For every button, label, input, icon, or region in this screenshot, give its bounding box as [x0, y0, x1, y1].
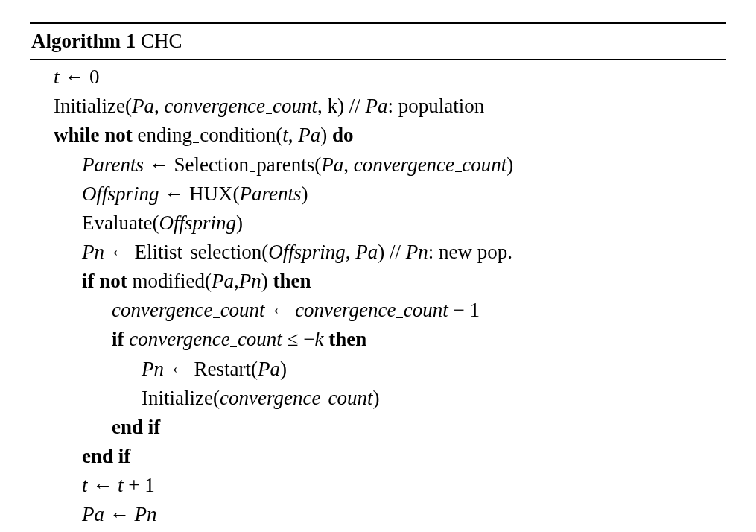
algo-line: Pa ← Pn: [30, 500, 726, 529]
algorithm-title: Algorithm 1 CHC: [30, 24, 726, 59]
algo-line: end if: [30, 442, 726, 471]
algo-line: if convergencecount ≤ −k then: [30, 325, 726, 354]
algo-line: t ← 0: [30, 63, 726, 92]
algo-line: Pn ← Restart(Pa): [30, 355, 726, 384]
algo-line: Evaluate(Offspring): [30, 209, 726, 238]
algo-line: Parents ← Selectionparents(Pa, convergen…: [30, 151, 726, 180]
algo-line: end if: [30, 413, 726, 442]
algo-line: while not endingcondition(t, Pa) do: [30, 121, 726, 150]
algo-line: Initialize(Pa, convergencecount, k) // P…: [30, 92, 726, 121]
algorithm-block: Algorithm 1 CHC t ← 0 Initialize(Pa, con…: [30, 22, 726, 532]
algorithm-body: t ← 0 Initialize(Pa, convergencecount, k…: [30, 60, 726, 532]
algorithm-name: CHC: [141, 30, 182, 52]
algo-line: Pn ← Elitistselection(Offspring, Pa) // …: [30, 238, 726, 267]
algo-line: Offspring ← HUX(Parents): [30, 180, 726, 209]
algo-line: Initialize(convergencecount): [30, 384, 726, 413]
algo-line: convergencecount ← convergencecount − 1: [30, 296, 726, 325]
algorithm-number: Algorithm 1: [31, 30, 136, 52]
algo-line: if not modified(Pa,Pn) then: [30, 267, 726, 296]
algo-line: t ← t + 1: [30, 471, 726, 500]
algo-line: end while: [30, 529, 726, 532]
